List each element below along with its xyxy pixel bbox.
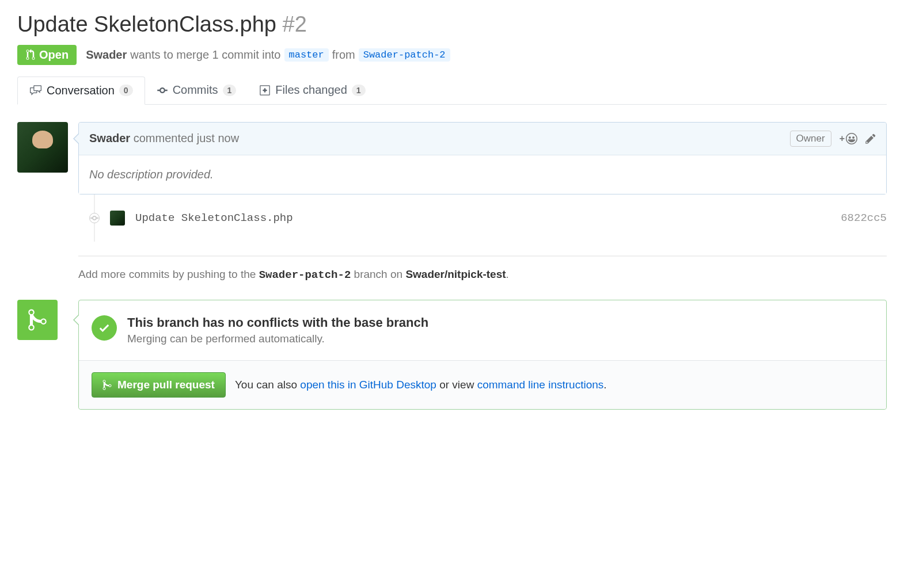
timeline-commit: Update SkeletonClass.php 6822cc5 [93,211,887,226]
hint-branch: Swader-patch-2 [259,269,351,281]
comment: Swader commented just now Owner + No des… [78,122,887,194]
tab-label: Files changed [275,83,347,97]
hint-repo: Swader/nitpick-test [405,268,506,280]
comment-time[interactable]: just now [197,132,239,144]
push-hint: Add more commits by pushing to the Swade… [78,255,887,281]
tab-counter: 1 [352,85,366,96]
commit-avatar[interactable] [110,211,125,226]
owner-badge: Owner [790,131,831,147]
commit-sha[interactable]: 6822cc5 [841,212,887,224]
merge-status-subtitle: Merging can be performed automatically. [127,333,428,345]
status-check-icon [92,315,117,341]
command-line-link[interactable]: command line instructions [477,379,604,391]
open-github-desktop-link[interactable]: open this in GitHub Desktop [300,379,436,391]
tab-conversation[interactable]: Conversation 0 [17,77,145,105]
git-merge-icon [102,379,112,391]
base-branch[interactable]: master [284,48,329,62]
pr-meta: Open Swader wants to merge 1 commit into… [17,45,887,65]
tab-files[interactable]: Files changed 1 [248,77,377,104]
comment-body: No description provided. [79,155,886,194]
tab-counter: 0 [119,85,133,96]
comment-header: Swader commented just now Owner + [79,123,886,155]
head-branch[interactable]: Swader-patch-2 [359,48,450,62]
git-merge-icon [27,308,48,332]
tabnav: Conversation 0 Commits 1 Files changed 1 [17,77,887,105]
merge-text-1: wants to merge 1 commit into [130,48,280,62]
pr-author[interactable]: Swader [86,48,127,62]
pencil-icon [865,133,876,144]
tab-label: Conversation [47,84,115,97]
git-commit-icon [90,213,99,223]
pr-title-text: Update SkeletonClass.php [17,12,276,36]
merge-alt-prefix: You can also [235,379,297,391]
merge-alt-suffix: . [603,379,606,391]
state-badge: Open [17,45,77,65]
git-commit-icon [157,85,168,96]
merge-alt-mid: or view [439,379,474,391]
state-label: Open [39,48,69,62]
hint-suffix: . [506,268,509,280]
tab-label: Commits [173,83,218,97]
merge-status-badge [17,300,58,340]
tab-counter: 1 [223,85,237,96]
avatar[interactable] [17,122,68,173]
hint-prefix: Add more commits by pushing to the [78,268,256,280]
file-diff-icon [259,85,271,96]
pr-number: #2 [283,12,307,36]
add-reaction-button[interactable]: + [840,133,857,144]
tab-commits[interactable]: Commits 1 [145,77,248,104]
merge-text-from: from [332,48,355,62]
merge-button-label: Merge pull request [117,379,215,391]
merge-box: This branch has no conflicts with the ba… [78,300,887,410]
commit-message[interactable]: Update SkeletonClass.php [135,212,293,224]
merge-pull-request-button[interactable]: Merge pull request [92,372,226,398]
merge-status-title: This branch has no conflicts with the ba… [127,315,428,330]
smiley-icon [846,133,857,144]
edit-comment-button[interactable] [865,133,876,144]
check-icon [98,322,111,334]
comment-discussion-icon [29,85,42,96]
comment-author[interactable]: Swader [89,132,130,144]
merge-alt-text: You can also open this in GitHub Desktop… [235,379,607,391]
pr-title: Update SkeletonClass.php #2 [17,12,887,38]
hint-mid: branch on [354,268,403,280]
comment-action: commented [134,132,194,144]
git-pull-request-icon [25,49,36,60]
